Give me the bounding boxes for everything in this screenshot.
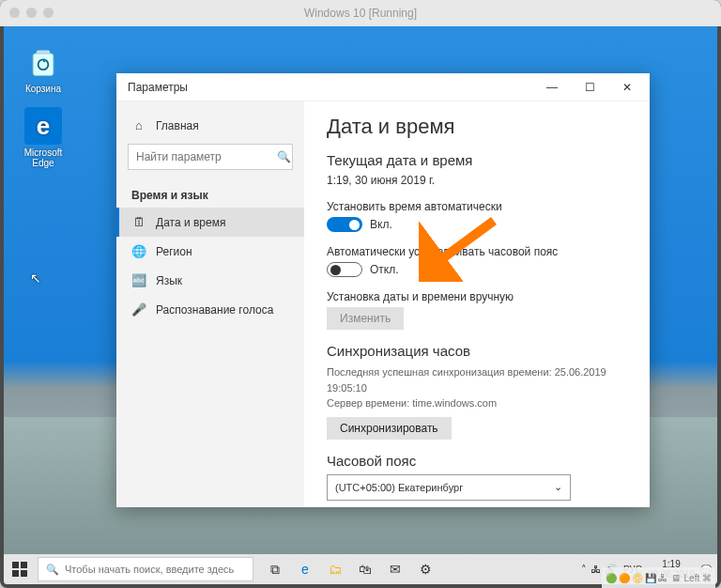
sidebar-search[interactable]: 🔍 [128,144,293,170]
settings-titlebar[interactable]: Параметры — ☐ ✕ [116,73,650,101]
auto-time-state: Вкл. [370,218,392,231]
search-icon: 🔍 [46,564,59,576]
tz-select[interactable]: (UTC+05:00) Екатеринбург ⌄ [327,474,571,501]
desktop[interactable]: Корзина e Microsoft Edge ↖ Параметры — ☐… [4,26,717,584]
tz-heading: Часовой пояс [327,453,627,469]
close-button[interactable]: ✕ [608,73,646,101]
taskbar-search-input[interactable] [65,564,245,575]
sidebar-item-label: Дата и время [156,216,225,229]
sidebar-item-region[interactable]: 🌐 Регион [116,237,304,266]
tray-up-icon[interactable]: ˄ [581,564,587,576]
sidebar-home[interactable]: ⌂ Главная [116,111,304,140]
settings-window: Параметры — ☐ ✕ ⌂ Главная [116,73,650,507]
sidebar-item-speech[interactable]: 🎤 Распознавание голоса [116,295,304,324]
sidebar-home-label: Главная [156,119,199,132]
edge-glyph: e [37,112,50,141]
vm-led-icon: 🟢 [606,573,615,582]
current-dt-value: 1:19, 30 июня 2019 г. [327,174,627,187]
auto-time-toggle[interactable]: Вкл. [327,217,627,232]
sidebar-item-date-time[interactable]: 🗓 Дата и время [116,208,304,237]
auto-tz-toggle[interactable]: Откл. [327,262,627,277]
recycle-bin-icon[interactable]: Корзина [15,43,71,94]
svg-rect-1 [37,50,50,54]
svg-rect-4 [21,562,27,568]
auto-tz-state: Откл. [370,263,399,276]
svg-rect-3 [12,562,19,568]
svg-rect-0 [33,54,54,75]
vm-led-icon: 🟠 [619,573,628,582]
sidebar-search-input[interactable] [136,150,277,163]
taskbar-search[interactable]: 🔍 [38,557,253,581]
edge-label: Microsoft Edge [15,147,71,168]
sidebar-item-label: Регион [156,245,192,258]
svg-rect-6 [21,570,27,577]
calendar-icon: 🗓 [131,215,146,229]
vm-led-icon: 🖥 [671,573,681,582]
close-dot[interactable] [9,8,20,18]
sidebar-item-language[interactable]: 🔤 Язык [116,266,304,295]
globe-icon: 🌐 [131,244,146,258]
auto-tz-label: Автоматически устанавливать часовой пояс [327,245,627,258]
start-button[interactable] [4,554,36,584]
vm-led-icon: 🖧 [658,573,667,582]
chevron-down-icon: ⌄ [554,481,562,493]
change-button: Изменить [327,307,404,330]
search-icon: 🔍 [277,150,291,163]
min-dot[interactable] [26,8,37,18]
mouse-cursor: ↖ [30,271,41,286]
store-icon[interactable]: 🛍 [351,554,379,584]
maximize-button[interactable]: ☐ [571,73,608,101]
mic-icon: 🎤 [131,302,146,317]
svg-rect-5 [12,570,19,577]
mac-window-controls[interactable] [9,8,54,18]
manual-dt-label: Установка даты и времени вручную [327,290,627,303]
edge-taskbar-icon[interactable]: e [291,554,319,584]
vm-hostkey: Left ⌘ [684,573,712,583]
home-icon: ⌂ [131,118,146,132]
language-icon: 🔤 [131,273,146,287]
mail-icon[interactable]: ✉ [381,554,409,584]
recycle-bin-label: Корзина [15,84,71,94]
sync-button[interactable]: Синхронизировать [327,417,452,440]
settings-sidebar: ⌂ Главная 🔍 Время и язык 🗓 Дата и время [116,101,304,507]
vm-titlebar: Windows 10 [Running] [0,0,721,26]
task-view-icon[interactable]: ⧉ [261,554,289,584]
sidebar-section: Время и язык [116,179,304,208]
minimize-button[interactable]: — [533,73,571,101]
current-dt-heading: Текущая дата и время [327,152,627,168]
edge-icon[interactable]: e Microsoft Edge [15,107,71,168]
page-title: Дата и время [327,115,627,139]
vm-status-bar: 🟢 🟠 📀 💾 🖧 🖥 Left ⌘ [602,567,715,588]
auto-time-label: Установить время автоматически [327,200,627,213]
sidebar-item-label: Распознавание голоса [156,303,273,317]
sync-server: Сервер времени: time.windows.com [327,395,627,411]
settings-title: Параметры [128,81,533,94]
vm-led-icon: 💾 [645,573,654,582]
tz-value: (UTC+05:00) Екатеринбург [335,482,463,493]
explorer-icon[interactable]: 🗂 [321,554,349,584]
settings-content: Дата и время Текущая дата и время 1:19, … [304,101,650,507]
vm-title: Windows 10 [Running] [304,7,417,20]
settings-taskbar-icon[interactable]: ⚙ [411,554,439,584]
sync-last: Последняя успешная синхронизация времени… [327,364,627,395]
network-icon[interactable]: 🖧 [591,564,601,576]
sync-heading: Синхронизация часов [327,343,627,359]
vm-led-icon: 📀 [632,573,641,582]
max-dot[interactable] [43,8,54,18]
sidebar-item-label: Язык [156,274,182,287]
